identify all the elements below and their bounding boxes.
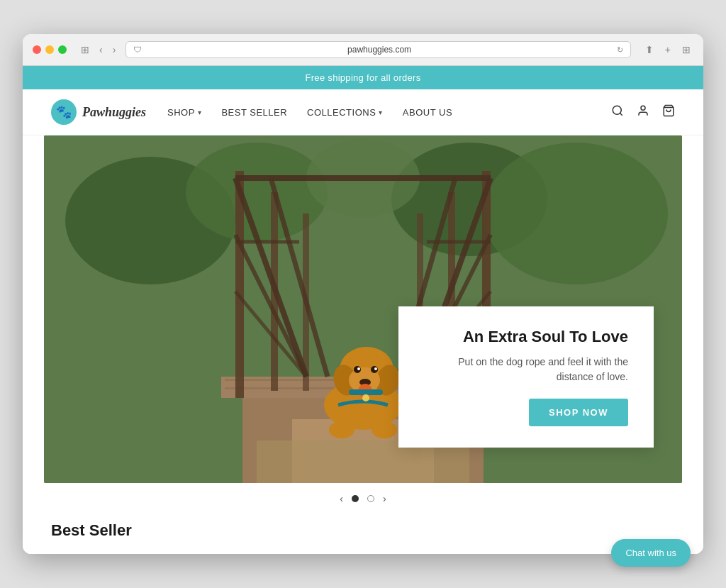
carousel-dot-2[interactable]: [367, 495, 374, 502]
promo-banner: Free shipping for all orders: [23, 66, 703, 89]
nav-menu: SHOP ▾ BEST SELLER COLLECTIONS ▾: [167, 107, 590, 118]
browser-chrome: ⊞ ‹ › 🛡 pawhuggies.com ↻ ⬆ + ⊞: [23, 34, 703, 66]
new-tab-button[interactable]: +: [662, 43, 674, 57]
url-display: pawhuggies.com: [146, 45, 612, 55]
collections-chevron-icon: ▾: [379, 109, 383, 116]
address-bar[interactable]: 🛡 pawhuggies.com ↻: [125, 41, 630, 58]
search-icon: [611, 104, 624, 117]
nav-item-bestseller: BEST SELLER: [221, 107, 287, 118]
svg-point-2: [641, 106, 645, 110]
site-content: Free shipping for all orders 🐾 Pawhuggie…: [23, 66, 703, 554]
nav-link-bestseller[interactable]: BEST SELLER: [221, 107, 287, 118]
security-icon: 🛡: [133, 45, 142, 55]
nav-item-shop: SHOP ▾: [167, 107, 201, 118]
sidebar-toggle-button[interactable]: ⊞: [78, 43, 92, 57]
nav-item-collections: COLLECTIONS ▾: [307, 107, 383, 118]
account-button[interactable]: [637, 104, 649, 121]
cart-button[interactable]: [662, 104, 675, 121]
browser-window: ⊞ ‹ › 🛡 pawhuggies.com ↻ ⬆ + ⊞ Free ship…: [23, 34, 703, 554]
shop-chevron-icon: ▾: [198, 109, 202, 116]
back-button[interactable]: ‹: [96, 43, 106, 57]
best-seller-section: Best Seller: [23, 514, 703, 554]
svg-point-41: [374, 367, 377, 370]
carousel-dot-1[interactable]: [352, 495, 359, 502]
carousel-controls: ‹ ›: [44, 483, 682, 514]
carousel-prev-button[interactable]: ‹: [340, 493, 343, 504]
nav-icons: [611, 104, 675, 121]
hero-section: An Extra Soul To Love Put on the dog rop…: [44, 135, 682, 514]
logo-text: Pawhuggies: [82, 105, 146, 120]
svg-point-43: [329, 421, 354, 438]
refresh-icon[interactable]: ↻: [617, 45, 623, 55]
navbar: 🐾 Pawhuggies SHOP ▾ BEST SELLER: [23, 89, 703, 135]
hero-card-title: An Extra Soul To Love: [424, 328, 628, 346]
traffic-lights: [33, 45, 67, 54]
browser-controls: ⊞ ‹ ›: [78, 43, 118, 57]
svg-point-8: [484, 143, 668, 284]
forward-button[interactable]: ›: [110, 43, 119, 57]
account-icon: [637, 104, 649, 117]
close-window-button[interactable]: [33, 45, 41, 54]
browser-actions: ⬆ + ⊞: [642, 43, 693, 57]
maximize-window-button[interactable]: [58, 45, 67, 54]
carousel-next-button[interactable]: ›: [383, 493, 386, 504]
hero-image: An Extra Soul To Love Put on the dog rop…: [44, 135, 682, 483]
nav-link-aboutus[interactable]: ABOUT US: [403, 107, 452, 118]
best-seller-title: Best Seller: [51, 521, 675, 540]
logo-link[interactable]: 🐾 Pawhuggies: [51, 99, 146, 125]
nav-link-shop[interactable]: SHOP ▾: [167, 107, 201, 118]
svg-line-1: [620, 113, 622, 115]
share-button[interactable]: ⬆: [642, 43, 657, 57]
svg-point-46: [362, 394, 369, 401]
logo-icon: 🐾: [51, 99, 77, 125]
cart-icon: [662, 104, 675, 117]
nav-link-collections[interactable]: COLLECTIONS ▾: [307, 107, 383, 118]
svg-point-0: [613, 106, 621, 114]
search-button[interactable]: [611, 104, 624, 121]
svg-point-44: [372, 421, 397, 438]
grid-button[interactable]: ⊞: [679, 43, 693, 57]
hero-card: An Extra Soul To Love Put on the dog rop…: [398, 306, 654, 448]
svg-point-40: [357, 367, 360, 370]
minimize-window-button[interactable]: [45, 45, 54, 54]
promo-text: Free shipping for all orders: [305, 72, 420, 83]
svg-rect-45: [349, 389, 383, 395]
nav-item-aboutus: ABOUT US: [403, 107, 452, 118]
hero-card-subtitle: Put on the dog rope and feel it with the…: [424, 355, 628, 384]
chat-button[interactable]: Chat with us: [611, 539, 691, 567]
shop-now-button[interactable]: SHOP NOW: [529, 399, 628, 426]
